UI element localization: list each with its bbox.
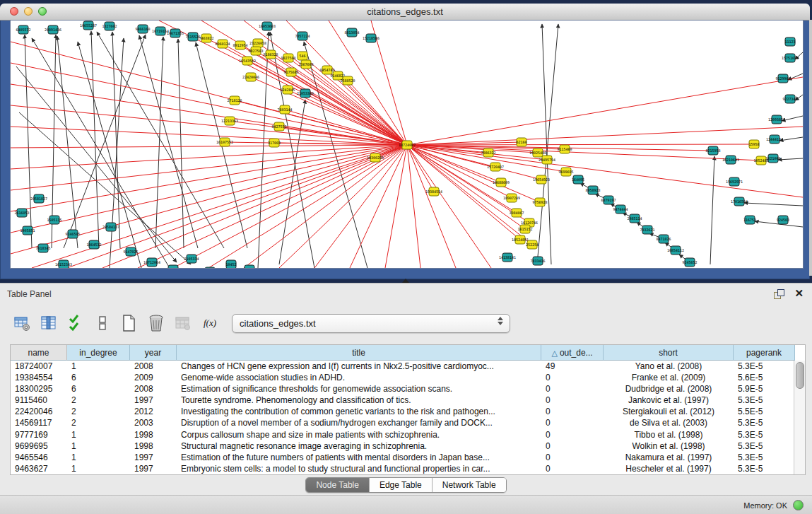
graph-node[interactable]: 10854112 [667,246,684,255]
graph-node[interactable]: 19384554 [425,187,442,196]
column-header-out-de-[interactable]: △out_de... [541,345,604,361]
tab-network-table[interactable]: Network Table [433,478,506,492]
graph-node[interactable]: 8960124 [215,40,230,48]
graph-node[interactable]: 6405572 [16,25,30,34]
graph-node[interactable]: 6879197 [601,196,616,204]
graph-node[interactable]: 20584137 [102,223,119,231]
table-row[interactable]: 977716911998Corpus callosum shape and si… [11,429,805,440]
graph-node[interactable]: 1864532 [86,240,101,249]
select-all-button[interactable] [65,313,86,334]
graph-node[interactable]: 9129966 [775,74,790,83]
table-select-dropdown[interactable]: citations_edges.txt [232,314,510,333]
column-header-in-degree[interactable]: in_degree [67,345,130,361]
graph-node[interactable]: 10688609 [493,178,510,187]
table-row[interactable]: 911546021997Tourette syndrome. Phenomeno… [11,395,805,406]
graph-node[interactable]: 12093852 [768,115,785,124]
scrollbar-thumb[interactable] [796,362,804,389]
graph-node[interactable]: 15751074 [782,54,799,62]
table-row[interactable]: 2242004622012Investigating the contribut… [11,406,805,417]
graph-node[interactable]: 1327602 [102,22,117,30]
graph-node[interactable]: 10671355 [167,29,184,37]
graph-node[interactable]: 20891436 [45,25,61,34]
graph-node[interactable]: 12444134 [766,135,783,144]
graph-node[interactable]: 10712064 [143,258,160,267]
column-header-year[interactable]: year [130,345,177,361]
table-row[interactable]: 1830029562008Estimation of significance … [11,383,805,395]
close-panel-icon[interactable]: ✕ [794,287,804,300]
graph-node[interactable]: 19654923 [533,175,550,184]
show-columns-button[interactable] [11,313,33,334]
graph-node[interactable]: 8958923 [585,186,600,194]
graph-node[interactable]: 2718126 [227,96,242,105]
graph-node[interactable]: 924503 [777,216,789,224]
graph-node[interactable]: 116753 [743,216,756,224]
graph-node[interactable]: 9147025 [123,247,138,256]
tab-node-table[interactable]: Node Table [306,478,370,492]
graph-node[interactable]: 9242845 [280,86,295,94]
graph-node[interactable]: 7603144 [277,105,292,114]
table-row[interactable]: 1872400712008Changes of HCN gene express… [11,361,805,372]
graph-node[interactable]: 9474444 [613,205,628,214]
graph-node[interactable]: 9245652 [682,258,697,267]
graph-node[interactable]: 15692971 [726,177,743,186]
table-row[interactable]: 946554611997Estimation of the future num… [11,452,805,463]
graph-node[interactable]: 14138141 [499,253,516,262]
graph-node[interactable]: 10655287 [80,21,97,30]
graph-node[interactable]: 16053603 [259,22,276,30]
graph-node[interactable]: 1905851 [20,226,35,235]
column-header-name[interactable]: name [11,345,67,361]
table-row[interactable]: 1938455462009Genome-wide association stu… [11,372,805,383]
graph-node[interactable]: 16454 [244,265,254,268]
graph-node[interactable]: 2105334 [184,255,199,263]
select-column-button[interactable] [38,313,59,334]
graph-node[interactable]: 8813054 [344,28,359,37]
graph-node[interactable]: 12213363 [221,117,238,125]
graph-node[interactable]: 7515526 [185,33,200,41]
graph-node[interactable]: 23226058 [249,39,266,47]
graph-node[interactable]: 3084067 [509,209,524,217]
deselect-all-button[interactable] [92,313,113,334]
graph-node[interactable]: 8912954 [233,41,247,49]
graph-node[interactable]: 9466160 [135,25,150,33]
new-file-button[interactable] [119,313,140,334]
graph-node[interactable]: 9699695 [558,168,573,176]
float-panel-icon[interactable] [774,289,784,299]
graph-node[interactable]: 9227343 [782,95,797,103]
graph-node[interactable]: 2588520 [340,76,355,85]
column-header-title[interactable]: title [177,345,541,361]
graph-node[interactable]: 9175685 [283,68,298,76]
graph-node[interactable]: 8471826 [656,235,671,243]
graph-node[interactable]: 17016504 [731,197,748,206]
graph-node[interactable]: 2367608 [298,60,313,69]
graph-node[interactable]: 15720407 [487,163,504,171]
graph-node[interactable]: 9827508 [281,54,295,62]
table-row[interactable]: 969969511998Structural magnetic resonanc… [11,440,805,452]
graph-node[interactable]: 1052488 [753,156,768,165]
tab-edge-table[interactable]: Edge Table [370,478,433,492]
graph-node[interactable]: 20581827 [30,194,47,203]
graph-node[interactable]: 7833416 [530,257,545,265]
graph-node[interactable]: 16210643 [722,156,739,164]
graph-node[interactable]: 62160 [516,138,526,146]
network-canvas[interactable]: 6405572208914361065528713276029466160107… [11,21,803,268]
graph-node[interactable]: 317003 [268,139,281,147]
graph-node[interactable]: 1615152 [517,225,532,233]
graph-node[interactable]: 9827503 [248,47,263,55]
column-header-short[interactable]: short [604,345,734,361]
graph-node[interactable]: 164095 [572,175,584,184]
graph-node[interactable]: 2985114 [627,214,642,223]
delete-rows-button[interactable] [146,313,167,334]
table-vertical-scrollbar[interactable] [794,361,805,474]
graph-node[interactable]: 8186328 [263,50,278,59]
graph-node[interactable]: 7857224 [295,32,310,40]
graph-node[interactable]: 10452 [225,260,236,268]
table-row[interactable]: 1456911722003Disruption of a novel membe… [11,417,805,428]
graph-node[interactable]: 16107552 [216,138,233,146]
graph-node[interactable]: 9505315 [202,267,217,268]
graph-node[interactable]: 252254 [526,240,539,249]
graph-node[interactable]: 8215958 [705,146,720,155]
graph-node[interactable]: 8427552 [271,122,286,131]
delete-table-button[interactable] [172,313,194,334]
column-header-pagerank[interactable]: pagerank [734,345,795,361]
network-window-titlebar[interactable]: citations_edges.txt [0,4,810,21]
